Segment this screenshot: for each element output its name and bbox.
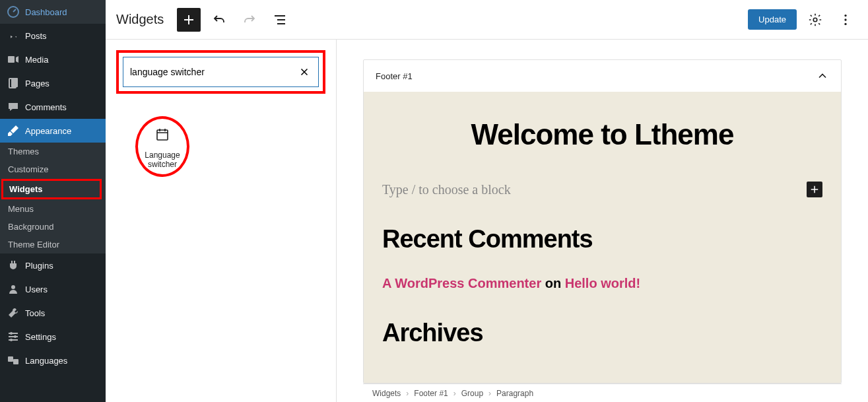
comment-author-link[interactable]: A WordPress Commenter: [382, 276, 541, 290]
sidebar-item-label: Comments: [25, 102, 67, 112]
sidebar-item-label: Posts: [25, 31, 47, 41]
calendar-icon: [154, 127, 170, 143]
settings-button[interactable]: [803, 8, 827, 32]
svg-point-10: [813, 18, 817, 22]
sidebar-item-label: Dashboard: [25, 7, 67, 17]
editor-canvas: Footer #1 Welcome to Ltheme Type / to ch…: [337, 40, 868, 402]
breadcrumb-item[interactable]: Footer #1: [414, 389, 448, 398]
brush-icon: [7, 124, 20, 137]
annotation-highlight-widgets: Widgets: [1, 179, 102, 199]
svg-rect-8: [8, 356, 13, 362]
svg-point-13: [844, 22, 846, 24]
sidebar-item-label: Tools: [25, 308, 45, 318]
sidebar-item-label: Appearance: [25, 126, 71, 136]
comment-on-text: on: [541, 276, 565, 290]
block-breadcrumb: Widgets› Footer #1› Group› Paragraph: [363, 384, 842, 402]
breadcrumb-item[interactable]: Group: [461, 389, 483, 398]
submenu-widgets[interactable]: Widgets: [3, 181, 100, 197]
sidebar-item-languages[interactable]: Languages: [0, 349, 106, 372]
svg-point-7: [10, 339, 13, 341]
submenu-customize[interactable]: Customize: [0, 160, 106, 178]
redo-button[interactable]: [238, 8, 261, 32]
submenu-menus[interactable]: Menus: [0, 200, 106, 218]
chevron-up-icon: [816, 69, 829, 83]
undo-button[interactable]: [207, 8, 231, 32]
widget-area-footer-1: Footer #1 Welcome to Ltheme Type / to ch…: [363, 59, 842, 384]
update-button[interactable]: Update: [748, 9, 797, 30]
tools-icon: [7, 306, 20, 319]
media-icon: [7, 53, 20, 66]
submenu-theme-editor[interactable]: Theme Editor: [0, 236, 106, 253]
block-search-input[interactable]: [129, 63, 296, 81]
page-title: Widgets: [116, 12, 164, 27]
widget-area-header[interactable]: Footer #1: [364, 60, 841, 92]
languages-icon: [7, 354, 20, 367]
appearance-submenu: Themes Customize Widgets Menus Backgroun…: [0, 143, 106, 253]
admin-sidebar: Dashboard Posts Media Pages Comments App…: [0, 0, 106, 402]
submenu-themes[interactable]: Themes: [0, 143, 106, 160]
inline-add-block-button[interactable]: [807, 182, 822, 197]
sidebar-item-label: Plugins: [25, 261, 53, 271]
svg-rect-14: [157, 130, 168, 140]
svg-point-6: [14, 335, 17, 338]
pin-icon: [7, 29, 20, 42]
settings-sliders-icon: [7, 330, 20, 343]
widget-area-title: Footer #1: [376, 71, 413, 81]
plug-icon: [7, 259, 20, 272]
svg-rect-1: [8, 56, 15, 63]
block-result-language-switcher[interactable]: Language switcher: [129, 120, 195, 176]
sidebar-item-appearance[interactable]: Appearance: [0, 119, 106, 143]
sidebar-item-dashboard[interactable]: Dashboard: [0, 0, 106, 24]
sidebar-item-label: Languages: [25, 356, 67, 366]
sidebar-item-comments[interactable]: Comments: [0, 95, 106, 119]
sidebar-item-pages[interactable]: Pages: [0, 71, 106, 95]
sidebar-item-tools[interactable]: Tools: [0, 301, 106, 325]
empty-paragraph-block[interactable]: Type / to choose a block: [382, 182, 822, 197]
svg-point-11: [844, 14, 846, 16]
sidebar-item-label: Pages: [25, 79, 50, 88]
svg-point-5: [10, 332, 13, 335]
dashboard-icon: [7, 5, 20, 18]
sidebar-item-label: Media: [25, 55, 48, 65]
sidebar-item-label: Users: [25, 285, 48, 294]
comments-icon: [7, 100, 20, 114]
sidebar-item-plugins[interactable]: Plugins: [0, 253, 106, 277]
breadcrumb-item[interactable]: Paragraph: [496, 389, 533, 398]
add-block-button[interactable]: [177, 8, 201, 32]
clear-search-button[interactable]: [296, 63, 313, 81]
block-result-label: Language switcher: [132, 151, 193, 169]
comment-post-link[interactable]: Hello world!: [565, 276, 640, 290]
submenu-background[interactable]: Background: [0, 218, 106, 236]
svg-rect-9: [13, 359, 18, 364]
pages-icon: [7, 77, 20, 90]
sidebar-item-label: Settings: [25, 332, 56, 342]
block-inserter-panel: Language switcher: [106, 40, 337, 402]
preview-recent-comments-heading[interactable]: Recent Comments: [382, 225, 822, 253]
svg-point-12: [844, 18, 846, 20]
preview-heading[interactable]: Welcome to Ltheme: [382, 118, 822, 151]
editor-topbar: Widgets Update: [106, 0, 868, 40]
options-button[interactable]: [834, 8, 857, 32]
svg-point-4: [11, 285, 15, 289]
preview-comment-line[interactable]: A WordPress Commenter on Hello world!: [382, 276, 822, 291]
type-placeholder: Type / to choose a block: [382, 182, 511, 197]
list-view-button[interactable]: [268, 8, 292, 32]
breadcrumb-item[interactable]: Widgets: [372, 389, 401, 398]
preview-archives-heading[interactable]: Archives: [382, 319, 822, 347]
widget-area-body: Welcome to Ltheme Type / to choose a blo…: [364, 92, 841, 383]
sidebar-item-posts[interactable]: Posts: [0, 24, 106, 48]
sidebar-item-settings[interactable]: Settings: [0, 325, 106, 349]
sidebar-item-users[interactable]: Users: [0, 277, 106, 301]
annotation-highlight-search: [116, 50, 325, 94]
sidebar-item-media[interactable]: Media: [0, 48, 106, 71]
users-icon: [7, 283, 20, 296]
svg-rect-3: [11, 78, 18, 87]
